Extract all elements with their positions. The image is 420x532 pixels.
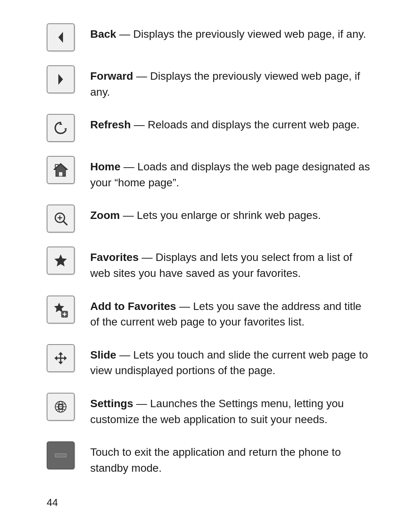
list-item: Favorites — Displays and lets you select… (47, 247, 373, 281)
svg-marker-18 (54, 356, 57, 360)
refresh-icon (47, 114, 75, 142)
favorites-description: Favorites — Displays and lets you select… (90, 247, 373, 281)
back-description: Back — Displays the previously viewed we… (90, 23, 373, 42)
list-item: Settings — Launches the Settings menu, l… (47, 393, 373, 427)
list-item: Forward — Displays the previously viewed… (47, 65, 373, 100)
forward-icon (47, 65, 75, 93)
page-number: 44 (47, 497, 58, 509)
add-to-favorites-icon (47, 296, 75, 324)
svg-marker-0 (58, 32, 63, 43)
svg-marker-13 (54, 303, 64, 312)
add-to-favorites-description: Add to Favorites — Lets you save the add… (90, 296, 373, 330)
zoom-description: Zoom — Lets you enlarge or shrink web pa… (90, 205, 373, 224)
forward-description: Forward — Displays the previously viewed… (90, 65, 373, 100)
list-item: Slide — Lets you touch and slide the cur… (47, 344, 373, 379)
refresh-description: Refresh — Reloads and displays the curre… (90, 114, 373, 133)
list-item: Back — Displays the previously viewed we… (47, 23, 373, 51)
item-list: Back — Displays the previously viewed we… (47, 23, 373, 490)
slide-icon (47, 344, 75, 372)
settings-description: Settings — Launches the Settings menu, l… (90, 393, 373, 427)
list-item: Touch to exit the application and return… (47, 441, 373, 476)
list-item: Home — Loads and displays the web page d… (47, 156, 373, 191)
svg-marker-22 (58, 362, 63, 364)
home-description: Home — Loads and displays the web page d… (90, 156, 373, 191)
svg-marker-1 (58, 74, 63, 85)
list-item: Add to Favorites — Lets you save the add… (47, 296, 373, 330)
exit-icon (47, 441, 75, 469)
svg-marker-21 (58, 352, 63, 355)
svg-line-9 (63, 221, 67, 225)
svg-rect-30 (55, 454, 66, 457)
list-item: Zoom — Lets you enlarge or shrink web pa… (47, 205, 373, 233)
zoom-icon (47, 205, 75, 233)
favorites-icon (47, 247, 75, 275)
back-icon (47, 23, 75, 51)
page-container: Back — Displays the previously viewed we… (0, 0, 420, 521)
home-icon (47, 156, 75, 184)
list-item: Refresh — Reloads and displays the curre… (47, 114, 373, 142)
slide-description: Slide — Lets you touch and slide the cur… (90, 344, 373, 379)
exit-description: Touch to exit the application and return… (90, 441, 373, 476)
svg-marker-19 (64, 356, 67, 360)
settings-icon (47, 393, 75, 421)
svg-rect-5 (59, 172, 63, 176)
svg-marker-12 (54, 254, 67, 266)
